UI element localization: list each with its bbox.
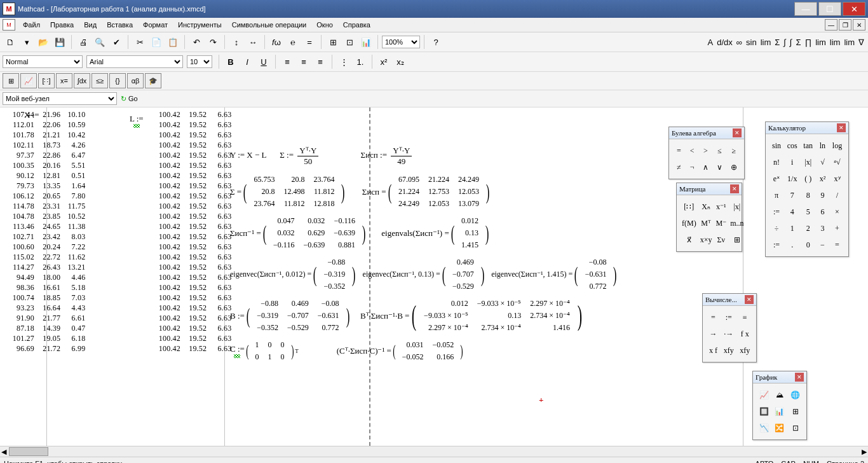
palette-item[interactable]: ÷ <box>770 221 783 236</box>
symbolic-palette-button[interactable]: 🎓 <box>145 73 161 88</box>
redo-button[interactable]: ↷ <box>205 34 220 50</box>
mdi-close-button[interactable]: ✕ <box>853 19 865 31</box>
minimize-button[interactable]: — <box>794 2 817 16</box>
palette-item[interactable]: 4 <box>785 204 799 219</box>
palette-close-button[interactable]: ✕ <box>730 184 739 193</box>
palette-item[interactable]: π <box>770 188 783 203</box>
palette-item[interactable]: := <box>770 204 783 219</box>
paste-button[interactable]: 📋 <box>165 34 180 50</box>
workspace[interactable]: X := 107.44 21.96 10.10112.01 22.06 10.5… <box>0 107 868 446</box>
calculator-palette-button[interactable]: ⊞ <box>3 73 19 88</box>
palette-item[interactable]: ⊡ <box>788 420 803 436</box>
matrix-palette[interactable]: Матрица✕ [∷]Xₙx⁻¹|x|f(M)MᵀM⁻m..nx⃗x×yΣν⊞ <box>676 183 742 252</box>
palette-item[interactable]: Mᵀ <box>699 216 714 231</box>
palette-item[interactable]: 5 <box>801 204 815 219</box>
component3-button[interactable]: 📊 <box>358 34 374 50</box>
web-node-select[interactable]: Мой веб-узел <box>3 92 117 105</box>
math-tool-button[interactable]: Σ <box>796 38 801 47</box>
palette-item[interactable]: 8 <box>801 188 815 203</box>
open-button[interactable]: 📂 <box>36 34 51 50</box>
palette-item[interactable]: tan <box>801 138 815 153</box>
palette-item[interactable]: 1/x <box>785 171 799 186</box>
palette-item[interactable]: 📊 <box>773 404 787 419</box>
save-button[interactable]: 💾 <box>52 34 67 50</box>
palette-item[interactable]: ⁿ√ <box>830 155 844 170</box>
palette-item[interactable]: 9 <box>817 188 829 203</box>
maximize-button[interactable]: ☐ <box>818 2 841 16</box>
palette-item[interactable]: n! <box>770 155 783 170</box>
palette-close-button[interactable]: ✕ <box>733 128 742 137</box>
go-button[interactable]: ↻Go <box>121 95 138 103</box>
palette-item[interactable]: ⛰ <box>773 387 787 403</box>
palette-item[interactable]: × <box>830 204 844 219</box>
palette-item[interactable]: + <box>830 221 844 236</box>
palette-item[interactable]: m..n <box>729 216 745 231</box>
math-tool-button[interactable]: lim <box>830 38 841 47</box>
palette-close-button[interactable]: ✕ <box>745 295 754 304</box>
palette-item[interactable]: 🔀 <box>773 420 787 436</box>
math-tool-button[interactable]: ∫ <box>783 38 786 47</box>
palette-item[interactable]: > <box>699 143 712 158</box>
preview-button[interactable]: 🔍 <box>92 34 107 50</box>
palette-item[interactable]: 📈 <box>757 387 771 403</box>
size-select[interactable]: 10 <box>187 55 212 68</box>
palette-item[interactable]: 0 <box>801 237 815 252</box>
component-button[interactable]: ⊞ <box>325 34 341 50</box>
palette-item[interactable]: Xₙ <box>699 199 714 214</box>
palette-item[interactable]: [∷] <box>681 199 698 214</box>
palette-item[interactable]: → <box>707 326 720 342</box>
calc-button[interactable]: = <box>302 34 317 50</box>
palette-item[interactable]: x f <box>707 343 720 358</box>
math-tool-button[interactable]: ∫ <box>790 38 792 47</box>
boolean-palette[interactable]: Булева алгебра✕ =<>≤≥≠¬∧∨⊕ <box>668 127 745 179</box>
palette-item[interactable]: x² <box>817 171 829 186</box>
boolean-palette-button[interactable]: ≤≥ <box>92 73 108 88</box>
math-tool-button[interactable]: sin <box>746 38 757 47</box>
menu-format[interactable]: Формат <box>138 20 173 30</box>
palette-item[interactable]: sin <box>770 138 783 153</box>
align-button[interactable]: ↕ <box>229 34 244 50</box>
palette-item[interactable]: 6 <box>817 204 829 219</box>
palette-item[interactable]: 2 <box>801 221 815 236</box>
palette-item[interactable]: := <box>721 310 736 325</box>
palette-item[interactable]: ⊞ <box>729 232 745 247</box>
new-button[interactable]: 🗋 <box>3 34 18 50</box>
palette-item[interactable]: f(M) <box>681 216 698 231</box>
print-button[interactable]: 🖨 <box>76 34 91 50</box>
matrix-palette-button[interactable]: [∷] <box>38 73 55 88</box>
align-center-button[interactable]: ≡ <box>296 54 311 69</box>
math-tool-button[interactable]: d/dx <box>717 38 733 47</box>
font-select[interactable]: Arial <box>86 55 183 68</box>
menu-tools[interactable]: Инструменты <box>173 20 227 30</box>
align-left-button[interactable]: ≡ <box>280 54 295 69</box>
italic-button[interactable]: I <box>240 54 255 69</box>
palette-item[interactable]: f x <box>737 326 752 342</box>
palette-item[interactable]: = <box>673 143 685 158</box>
math-tool-button[interactable]: ∏ <box>804 38 811 47</box>
palette-item[interactable]: < <box>686 143 698 158</box>
style-select[interactable]: Normal <box>3 55 83 68</box>
palette-close-button[interactable]: ✕ <box>795 373 804 382</box>
calculus-palette-button[interactable]: ∫dx <box>74 73 90 88</box>
mdi-minimize-button[interactable]: — <box>825 19 837 31</box>
palette-item[interactable]: ¬ <box>686 160 698 175</box>
menu-view[interactable]: Вид <box>79 20 102 30</box>
zoom-select[interactable]: 100% <box>382 36 420 48</box>
subscript-button[interactable]: x₂ <box>393 54 408 69</box>
palette-item[interactable]: |x| <box>801 155 815 170</box>
unit-button[interactable]: ℮ <box>285 34 301 50</box>
fx-button[interactable]: fω <box>269 34 284 50</box>
undo-button[interactable]: ↶ <box>189 34 204 50</box>
palette-item[interactable]: xfy <box>737 343 752 358</box>
palette-item[interactable]: xʸ <box>830 171 844 186</box>
underline-button[interactable]: U <box>256 54 271 69</box>
palette-close-button[interactable]: ✕ <box>837 123 846 132</box>
palette-item[interactable]: i <box>785 155 799 170</box>
palette-item[interactable]: . <box>785 237 799 252</box>
palette-item[interactable]: 7 <box>785 188 799 203</box>
palette-item[interactable]: Σν <box>714 232 728 247</box>
palette-item[interactable]: ≥ <box>727 143 740 158</box>
palette-item[interactable]: ≠ <box>673 160 685 175</box>
bold-button[interactable]: B <box>223 54 238 69</box>
palette-item[interactable]: cos <box>785 138 799 153</box>
